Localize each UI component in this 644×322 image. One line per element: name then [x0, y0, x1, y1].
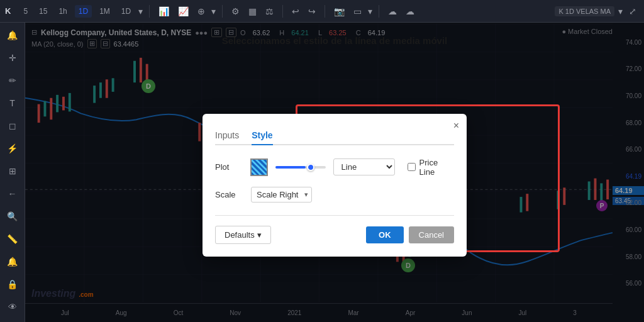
separator-3	[282, 5, 283, 18]
scale-label: Scale	[215, 190, 243, 199]
left-sidebar: 🔔 ✛ ✏ T ◻ ⚡ ⊞ ← 🔍 📏 🔔 🔒 👁	[0, 23, 25, 322]
cloud2-btn[interactable]: ☁	[403, 4, 417, 19]
plot-label: Plot	[215, 162, 243, 172]
dialog-close-btn[interactable]: ×	[453, 120, 459, 131]
sidebar-back-icon[interactable]: ←	[6, 186, 19, 201]
footer-actions: OK Cancel	[366, 226, 454, 243]
cross-dropdown-icon[interactable]: ▾	[211, 6, 216, 16]
price-line-group: Price Line	[408, 158, 454, 177]
ok-btn[interactable]: OK	[366, 226, 404, 243]
style-dialog: × Inputs Style Plot	[203, 114, 467, 257]
timeframe-1d-2[interactable]: 1D	[118, 5, 135, 18]
expand-btn[interactable]: ⤢	[626, 4, 639, 19]
cloud1-btn[interactable]: ☁	[386, 4, 399, 19]
timeframe-5[interactable]: 5	[19, 5, 31, 18]
redo-btn[interactable]: ↪	[306, 4, 318, 19]
main-layout: 🔔 ✛ ✏ T ◻ ⚡ ⊞ ← 🔍 📏 🔔 🔒 👁 ⊟ Kellogg Comp…	[0, 23, 644, 322]
dialog-annotation: Seleccionamos el estilo de la línea de m…	[222, 35, 447, 46]
separator-1	[149, 5, 150, 18]
camera-btn[interactable]: 📷	[331, 4, 347, 19]
plot-row: Plot Line Step Histogram	[215, 158, 454, 177]
timeframe-15[interactable]: 15	[35, 5, 51, 18]
sidebar-pattern-icon[interactable]: ⊞	[6, 164, 19, 179]
sidebar-text-icon[interactable]: T	[7, 96, 18, 111]
line-type-select[interactable]: Line Step Histogram	[333, 158, 395, 175]
separator-5	[379, 5, 379, 18]
settings-btn[interactable]: ⚙	[229, 4, 242, 19]
timeframe-dropdown-icon[interactable]: ▾	[138, 6, 143, 16]
dialog-overlay: × Inputs Style Plot	[25, 23, 644, 322]
defaults-btn[interactable]: Defaults ▾	[215, 226, 271, 244]
tab-inputs[interactable]: Inputs	[215, 126, 239, 145]
rectangle-btn[interactable]: ▭	[351, 4, 364, 19]
sidebar-lock-icon[interactable]: 🔒	[4, 277, 20, 292]
defaults-label: Defaults	[225, 230, 255, 240]
slider-thumb	[307, 164, 314, 171]
chart-label-btn[interactable]: K 1D VELAS MA	[555, 6, 614, 16]
cancel-btn[interactable]: Cancel	[409, 226, 454, 243]
separator-4	[325, 5, 325, 18]
price-line-checkbox[interactable]	[408, 163, 416, 171]
timeframe-1h[interactable]: 1h	[55, 5, 70, 18]
color-swatch[interactable]	[250, 158, 268, 176]
sidebar-eye-icon[interactable]: 👁	[6, 299, 19, 314]
annotation-text: Seleccionamos el estilo de la línea de m…	[222, 35, 447, 46]
sidebar-cursor-icon[interactable]: ✛	[6, 50, 19, 65]
separator-2	[222, 5, 223, 18]
slider-track	[275, 166, 326, 169]
sidebar-zoom-icon[interactable]: 🔍	[4, 209, 20, 224]
rect-dropdown-icon[interactable]: ▾	[368, 6, 372, 16]
undo-btn[interactable]: ↩	[289, 4, 302, 19]
cross-tool-btn[interactable]: ⊕	[195, 4, 208, 19]
symbol-label: K	[5, 6, 11, 16]
timeframe-1d[interactable]: 1D	[75, 5, 92, 18]
sidebar-fibonacci-icon[interactable]: ⚡	[4, 141, 20, 156]
sidebar-pencil-icon[interactable]: ✏	[6, 73, 19, 88]
top-toolbar: K 5 15 1h 1D 1M 1D ▾ 📊 📈 ⊕ ▾ ⚙ ▦ ⚖ ↩ ↪ 📷…	[0, 0, 644, 23]
dialog-tabs: Inputs Style	[215, 126, 454, 145]
scale-row: Scale Scale Right Scale Left No Scale	[215, 187, 454, 203]
scale-btn[interactable]: ⚖	[263, 4, 276, 19]
line-width-slider[interactable]	[275, 166, 326, 169]
defaults-arrow-icon: ▾	[257, 230, 262, 240]
timeframe-1m[interactable]: 1M	[96, 5, 114, 18]
tab-style[interactable]: Style	[252, 126, 272, 145]
line-tool-btn[interactable]: 📈	[175, 4, 191, 19]
bar-chart-btn[interactable]: ▦	[246, 4, 259, 19]
sidebar-bell-icon[interactable]: 🔔	[4, 254, 20, 269]
scale-select-wrapper: Scale Right Scale Left No Scale	[251, 187, 312, 203]
price-line-label: Price Line	[419, 158, 454, 177]
sidebar-ruler-icon[interactable]: 📏	[4, 231, 20, 247]
chart-type-btn[interactable]: 📊	[156, 4, 172, 19]
chart-label-dropdown[interactable]: ▾	[618, 6, 623, 16]
sidebar-shapes-icon[interactable]: ◻	[6, 118, 19, 133]
scale-select[interactable]: Scale Right Scale Left No Scale	[251, 187, 312, 203]
sidebar-icon-alert[interactable]: 🔔	[4, 28, 20, 43]
slider-fill	[275, 166, 306, 169]
dialog-footer: Defaults ▾ OK Cancel	[215, 215, 454, 244]
chart-area: ⊟ Kellogg Company, United States, D, NYS…	[25, 23, 644, 322]
